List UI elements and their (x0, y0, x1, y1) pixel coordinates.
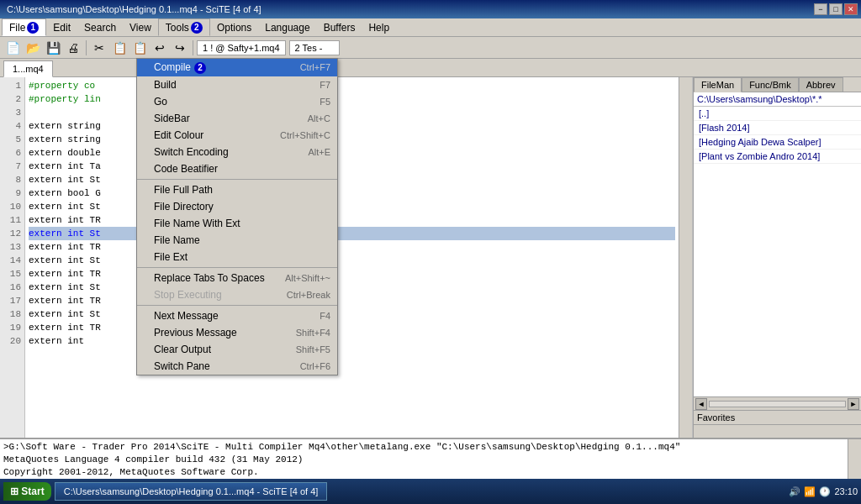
code-line[interactable]: extern int St (29, 200, 675, 213)
menu-item-edit-colour[interactable]: Edit ColourCtrl+Shift+C (137, 127, 337, 144)
right-panel-tab-fileman[interactable]: FileMan (694, 77, 742, 92)
scroll-left-btn[interactable]: ◄ (695, 398, 707, 410)
menu-search[interactable]: Search (77, 18, 123, 36)
code-line[interactable]: extern int St (29, 173, 675, 186)
right-panel-list-item[interactable]: [Flash 2014] (694, 121, 861, 135)
toolbar-print[interactable]: 🖨 (64, 39, 82, 57)
taskbar-item-scite[interactable]: C:\Users\samsung\Desktop\Hedging 0.1...m… (55, 482, 328, 501)
menu-item-switch-pane[interactable]: Switch PaneCtrl+F6 (137, 358, 337, 375)
menu-item-file-ext[interactable]: File Ext (137, 249, 337, 265)
menu-separator (137, 267, 337, 268)
code-line[interactable]: extern string (29, 133, 675, 146)
scroll-right-btn[interactable]: ► (848, 398, 859, 410)
taskbar-clock: 23:10 (834, 486, 858, 496)
code-line[interactable] (29, 106, 675, 119)
tab-main[interactable]: 1...mq4 (3, 60, 53, 77)
code-content[interactable]: #property co#property lin extern string … (25, 77, 679, 438)
right-panel-hscroll[interactable]: ◄ ► (694, 396, 861, 410)
line-number: 5 (0, 133, 21, 146)
code-line[interactable]: extern int St (29, 307, 675, 321)
menu-shortcut: F7 (320, 80, 330, 90)
menu-view[interactable]: View (123, 18, 158, 36)
menu-item-go[interactable]: GoF5 (137, 93, 337, 110)
toolbar-copy[interactable]: 📋 (110, 39, 129, 57)
menu-options[interactable]: Options (210, 18, 258, 36)
editor-area: 1234567891011121314151617181920 #propert… (0, 77, 693, 438)
start-button[interactable]: ⊞ Start (3, 482, 51, 501)
toolbar-paste[interactable]: 📋 (130, 39, 149, 57)
code-line[interactable]: extern int St (29, 281, 675, 294)
menu-help[interactable]: Help (362, 18, 396, 36)
menu-item-code-beatifier[interactable]: Code Beatifier (137, 160, 337, 177)
menu-item-next-message[interactable]: Next MessageF4 (137, 307, 337, 324)
toolbar-new[interactable]: 📄 (3, 39, 22, 57)
code-line[interactable]: extern int St (29, 254, 675, 267)
menu-item-file-name[interactable]: File Name (137, 232, 337, 249)
menu-tools[interactable]: Tools2 (158, 18, 210, 36)
editor-scrollbar[interactable] (679, 77, 692, 438)
menu-item-switch-encoding[interactable]: Switch EncodingAlt+E (137, 144, 337, 160)
menu-file[interactable]: File1 (2, 18, 46, 36)
tray-network: 📶 (804, 486, 816, 497)
code-line[interactable]: #property co (29, 79, 675, 92)
toolbar-sep-1 (86, 40, 87, 55)
menu-tools-badge: 2 (191, 22, 203, 34)
menu-item-previous-message[interactable]: Previous MessageShift+F4 (137, 324, 337, 341)
menu-shortcut: Alt+E (308, 147, 330, 157)
output-line: Copyright 2001-2012, MetaQuotes Software… (3, 466, 858, 479)
right-panel-list-item[interactable]: [..] (694, 107, 861, 121)
taskbar-item-label: C:\Users\samsung\Desktop\Hedging 0.1...m… (64, 486, 319, 496)
code-line[interactable]: extern int TR (29, 240, 675, 254)
menu-item-file-full-path[interactable]: File Full Path (137, 181, 337, 198)
menu-buffers[interactable]: Buffers (317, 18, 362, 36)
toolbar-undo[interactable]: ↩ (151, 39, 169, 57)
code-line[interactable]: extern string (29, 119, 675, 133)
toolbar-cut[interactable]: ✂ (90, 39, 108, 57)
menu-shortcut: Ctrl+Shift+C (280, 130, 330, 140)
code-line[interactable]: extern int Ta (29, 160, 675, 173)
taskbar-items: C:\Users\samsung\Desktop\Hedging 0.1...m… (55, 482, 790, 501)
h-scrollbar-track[interactable] (709, 401, 846, 407)
line-number: 19 (0, 321, 21, 334)
right-panel-tab-funcbmk[interactable]: Func/Bmk (742, 77, 799, 92)
menu-item-file-name-with-ext[interactable]: File Name With Ext (137, 215, 337, 232)
right-panel-list[interactable]: [..][Flash 2014][Hedging Ajaib Dewa Scal… (694, 107, 861, 396)
toolbar-sep-2 (193, 40, 193, 55)
title-bar-controls: − □ ✕ (814, 3, 858, 15)
close-button[interactable]: ✕ (844, 3, 858, 15)
menu-item-clear-output[interactable]: Clear OutputShift+F5 (137, 341, 337, 358)
menu-item-replace-tabs-to-spaces[interactable]: Replace Tabs To SpacesAlt+Shift+~ (137, 270, 337, 286)
menu-shortcut: Alt+C (308, 113, 330, 123)
code-line[interactable]: extern bool G (29, 186, 675, 200)
line-number: 13 (0, 240, 21, 254)
menu-item-sidebar[interactable]: SideBarAlt+C (137, 110, 337, 127)
menu-item-compile[interactable]: Compile2Ctrl+F7 (137, 59, 337, 76)
main-area: 1234567891011121314151617181920 #propert… (0, 77, 861, 438)
menu-language[interactable]: Language (258, 18, 316, 36)
right-panel-list-item[interactable]: [Hedging Ajaib Dewa Scalper] (694, 135, 861, 150)
right-panel-bottom-scroll[interactable] (694, 424, 861, 438)
toolbar-open[interactable]: 📂 (24, 39, 42, 57)
menu-separator (137, 179, 337, 180)
code-line[interactable]: extern int TR (29, 321, 675, 334)
code-line[interactable]: extern int (29, 334, 675, 348)
menu-item-build[interactable]: BuildF7 (137, 76, 337, 93)
code-line[interactable]: extern int TR (29, 267, 675, 281)
code-line[interactable]: #property lin (29, 92, 675, 106)
code-line[interactable]: extern int TR (29, 294, 675, 307)
code-line[interactable]: extern int TR (29, 213, 675, 227)
menu-item-file-directory[interactable]: File Directory (137, 198, 337, 215)
code-line[interactable]: extern int St (29, 227, 675, 240)
line-number: 4 (0, 119, 21, 133)
menu-shortcut: Alt+Shift+~ (285, 273, 330, 283)
minimize-button[interactable]: − (814, 3, 827, 15)
toolbar-redo[interactable]: ↪ (171, 39, 189, 57)
right-panel-tab-abbrev[interactable]: Abbrev (799, 77, 843, 92)
toolbar-save[interactable]: 💾 (44, 39, 62, 57)
code-line[interactable]: extern double (29, 146, 675, 160)
maximize-button[interactable]: □ (829, 3, 843, 15)
right-panel-list-item[interactable]: [Plant vs Zombie Andro 2014] (694, 150, 861, 164)
line-number: 17 (0, 294, 21, 307)
tab-bar: 1...mq4 (0, 59, 861, 77)
menu-edit[interactable]: Edit (46, 18, 77, 36)
